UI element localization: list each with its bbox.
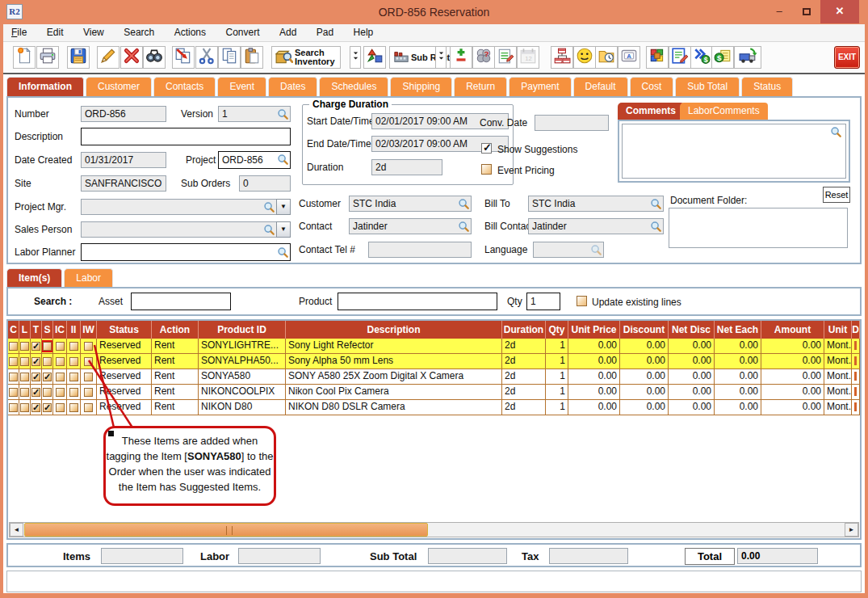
grid-column-ic[interactable]: IC	[53, 321, 67, 339]
row-checkbox-iw[interactable]	[84, 357, 93, 366]
cell-ii[interactable]	[67, 400, 81, 415]
cell-unit_price[interactable]: 0.00	[568, 400, 620, 415]
cell-ic[interactable]	[53, 400, 67, 415]
search-inventory-options-button[interactable]	[350, 46, 361, 69]
row-checkbox-iw[interactable]	[84, 388, 93, 397]
cell-discount[interactable]: 0.00	[620, 400, 669, 415]
tab-information[interactable]: Information	[6, 77, 84, 96]
row-checkbox-s[interactable]	[43, 388, 52, 397]
menu-add[interactable]: Add	[271, 24, 304, 38]
project-search-icon[interactable]	[277, 154, 289, 166]
cell-qty[interactable]: 1	[546, 400, 568, 415]
row-checkbox-c[interactable]	[9, 403, 18, 412]
row-checkbox-t[interactable]	[31, 373, 40, 381]
cell-dx[interactable]	[852, 339, 860, 354]
cell-net_each[interactable]: 0.00	[715, 385, 761, 400]
cell-action[interactable]: Rent	[152, 339, 199, 354]
convert-button[interactable]	[363, 46, 386, 69]
organization-button[interactable]	[551, 46, 573, 69]
notes-button[interactable]	[494, 46, 517, 69]
cell-product_id[interactable]: NIKONCOOLPIX	[199, 385, 286, 400]
cell-amount[interactable]: 0.00	[761, 400, 824, 415]
duration-field[interactable]: 2d	[371, 159, 442, 175]
search-inventory-button[interactable]: Search Inventory	[271, 46, 341, 69]
bill-to-search-icon[interactable]	[650, 198, 662, 210]
cell-l[interactable]	[19, 400, 31, 415]
contact-button[interactable]	[573, 46, 596, 69]
cell-ii[interactable]	[67, 385, 81, 400]
row-checkbox-t[interactable]	[31, 342, 40, 351]
grid-column-product_id[interactable]: Product ID	[199, 321, 286, 339]
cell-unit[interactable]: Mont...	[824, 400, 852, 415]
cell-description[interactable]: Nikon Cool Pix Camera	[286, 385, 502, 400]
cell-ii[interactable]	[67, 354, 81, 369]
grid-column-duration[interactable]: Duration	[502, 321, 546, 339]
cell-status[interactable]: Reserved	[97, 369, 152, 385]
cell-unit_price[interactable]: 0.00	[568, 354, 620, 369]
cell-unit[interactable]: Mont...	[824, 354, 852, 369]
bill-to-field[interactable]: STC India	[528, 196, 664, 212]
sub-rent-options-button[interactable]	[435, 46, 447, 69]
copy-to-order-button[interactable]	[172, 46, 195, 69]
row-checkbox-s[interactable]	[43, 357, 52, 366]
menu-edit[interactable]: Edit	[39, 24, 72, 38]
cell-s[interactable]	[42, 400, 53, 415]
shortcut-keys-button[interactable]: A	[618, 46, 640, 69]
grid-column-s[interactable]: S	[42, 321, 53, 339]
grid-column-l[interactable]: L	[19, 321, 31, 339]
cell-s[interactable]	[42, 354, 53, 369]
version-search-icon[interactable]	[277, 108, 289, 120]
labor-planner-field[interactable]	[81, 243, 291, 261]
cell-ii[interactable]	[67, 369, 81, 385]
row-checkbox-iw[interactable]	[84, 403, 93, 412]
sales-person-search-icon[interactable]	[263, 224, 275, 236]
cell-dx[interactable]	[852, 354, 860, 369]
grid-row[interactable]: ReservedRentNIKON D80NIKON D80 DSLR Came…	[8, 400, 860, 415]
cell-status[interactable]: Reserved	[97, 354, 152, 369]
sub-orders-field[interactable]: 0	[239, 175, 291, 192]
cell-discount[interactable]: 0.00	[620, 354, 669, 369]
cell-t[interactable]	[31, 354, 42, 369]
row-checkbox-t[interactable]	[31, 357, 40, 366]
cell-t[interactable]	[31, 385, 42, 400]
tab-customer[interactable]: Customer	[86, 77, 152, 96]
cell-net_each[interactable]: 0.00	[715, 339, 761, 354]
new-button[interactable]	[13, 46, 36, 69]
tab-payment[interactable]: Payment	[509, 77, 571, 96]
cell-s[interactable]	[42, 385, 53, 400]
row-checkbox-ic[interactable]	[56, 373, 65, 381]
find-button[interactable]	[143, 46, 166, 69]
cell-dx[interactable]	[852, 369, 860, 385]
conv-date-field[interactable]	[535, 115, 609, 131]
cell-action[interactable]: Rent	[152, 354, 199, 369]
cell-unit_price[interactable]: 0.00	[568, 385, 620, 400]
invoice-button[interactable]: $	[711, 46, 734, 69]
cell-product_id[interactable]: SONYA580	[199, 369, 286, 385]
cell-net_each[interactable]: 0.00	[715, 354, 761, 369]
cell-unit_price[interactable]: 0.00	[568, 369, 620, 385]
update-existing-checkbox[interactable]	[577, 296, 587, 306]
tab-subtotal[interactable]: Sub Total	[675, 77, 740, 96]
grid-column-description[interactable]: Description	[286, 321, 502, 339]
grid-column-action[interactable]: Action	[152, 321, 199, 339]
row-checkbox-ii[interactable]	[69, 403, 78, 412]
cell-ic[interactable]	[53, 385, 67, 400]
grid-column-net_each[interactable]: Net Each	[715, 321, 761, 339]
row-checkbox-l[interactable]	[20, 388, 29, 397]
cell-t[interactable]	[31, 369, 42, 385]
tab-dates[interactable]: Dates	[268, 77, 317, 96]
tab-event[interactable]: Event	[217, 77, 266, 96]
cell-net_each[interactable]: 0.00	[715, 400, 761, 415]
comments-search-icon[interactable]	[830, 126, 842, 141]
menu-help[interactable]: Help	[346, 24, 382, 38]
sales-person-dropdown[interactable]: ▼	[276, 221, 291, 238]
row-checkbox-iw[interactable]	[84, 373, 93, 381]
row-checkbox-t[interactable]	[31, 388, 40, 397]
customer-search-icon[interactable]	[458, 198, 470, 210]
cell-action[interactable]: Rent	[152, 400, 199, 415]
row-checkbox-s[interactable]	[43, 403, 52, 412]
cell-l[interactable]	[19, 354, 31, 369]
row-checkbox-ii[interactable]	[69, 342, 78, 351]
cell-qty[interactable]: 1	[546, 354, 568, 369]
customer-field[interactable]: STC India	[349, 196, 472, 212]
